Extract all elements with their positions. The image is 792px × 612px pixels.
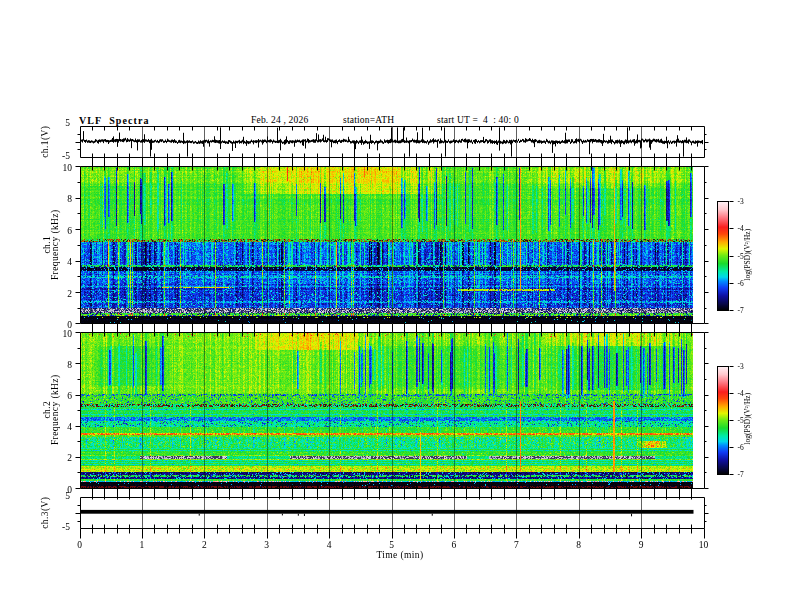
axes-layer [0, 0, 792, 612]
ch3-ytick: 5 [40, 492, 70, 502]
ch2-spec-ytick: 8 [42, 361, 72, 371]
ch1-spec-ytick: 2 [42, 290, 72, 300]
x-tick-label: 5 [377, 541, 407, 551]
colorbar1-label: log(PSD)(V²/Hz) [744, 210, 752, 300]
ch2-spec-ytick: 10 [42, 330, 72, 340]
x-tick-label: 4 [314, 541, 344, 551]
ch1-spec-ytick: 4 [42, 258, 72, 268]
x-tick-label: 0 [65, 541, 95, 551]
ch1-spec-ytick: 8 [42, 195, 72, 205]
colorbar1-tick: -5 [738, 253, 744, 261]
colorbar1-tick: -3 [738, 198, 744, 206]
ch1-spec-ytick: 6 [42, 227, 72, 237]
ch2-spec-ytick: 4 [42, 423, 72, 433]
ch2-spec-ytick: 2 [42, 454, 72, 464]
x-tick-label: 6 [439, 541, 469, 551]
colorbar2-tick: -7 [738, 471, 744, 479]
x-tick-label: 8 [564, 541, 594, 551]
colorbar2-tick: -3 [738, 363, 744, 371]
vlf-spectra-figure: VLF Spectra Feb. 24 , 2026 station=ATH s… [0, 0, 792, 612]
x-tick-label: 1 [127, 541, 157, 551]
ch2-spec-ytick: 6 [42, 392, 72, 402]
ch1-wave-ytick: -5 [40, 152, 70, 162]
colorbar1-tick: -6 [738, 280, 744, 288]
x-tick-label: 10 [689, 541, 719, 551]
colorbar2-label: log(PSD)(V²/Hz) [744, 374, 752, 464]
ch3-ytick: -5 [40, 523, 70, 533]
ch1-wave-ytick: 5 [40, 119, 70, 129]
x-axis-label: Time (min) [340, 551, 460, 561]
colorbar2-tick: -4 [738, 390, 744, 398]
x-tick-label: 3 [252, 541, 282, 551]
colorbar2-tick: -6 [738, 444, 744, 452]
colorbar1-tick: -7 [738, 307, 744, 315]
colorbar1-tick: -4 [738, 225, 744, 233]
x-tick-label: 7 [501, 541, 531, 551]
x-tick-label: 9 [626, 541, 656, 551]
x-tick-label: 2 [189, 541, 219, 551]
colorbar2-tick: -5 [738, 417, 744, 425]
ch1-spec-ytick: 10 [42, 164, 72, 174]
